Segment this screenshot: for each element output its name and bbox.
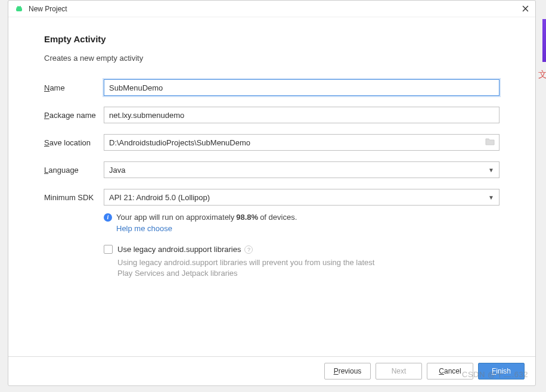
minimum-sdk-select[interactable]: API 21: Android 5.0 (Lollipop) ▼ bbox=[104, 189, 500, 206]
android-studio-icon bbox=[14, 4, 24, 14]
row-save-location: Save location bbox=[44, 134, 500, 151]
next-button: Next bbox=[376, 363, 422, 379]
legacy-checkbox-label: Use legacy android.support libraries bbox=[117, 245, 241, 254]
label-language: Language bbox=[44, 166, 104, 175]
background-decoration bbox=[542, 19, 546, 62]
finish-button[interactable]: Finish bbox=[478, 363, 525, 379]
titlebar: New Project bbox=[8, 1, 535, 17]
row-minimum-sdk: Minimum SDK API 21: Android 5.0 (Lollipo… bbox=[44, 189, 500, 206]
save-location-input[interactable] bbox=[104, 134, 500, 151]
package-input[interactable] bbox=[104, 107, 500, 123]
minimum-sdk-value: API 21: Android 5.0 (Lollipop) bbox=[109, 193, 210, 202]
legacy-description: Using legacy android.support libraries w… bbox=[117, 257, 392, 279]
close-button[interactable] bbox=[521, 5, 529, 13]
background-text: 文 bbox=[538, 69, 546, 80]
help-me-choose-link[interactable]: Help me choose bbox=[116, 224, 500, 233]
new-project-dialog: New Project Empty Activity Creates a new… bbox=[8, 0, 536, 386]
name-input[interactable] bbox=[104, 79, 500, 96]
label-minimum-sdk: Minimum SDK bbox=[44, 193, 104, 202]
sdk-info-block: i Your app will run on approximately 98.… bbox=[104, 213, 500, 233]
row-package: Package name bbox=[44, 107, 500, 123]
button-bar: Previous Next Cancel Finish bbox=[8, 356, 535, 385]
browse-folder-icon[interactable] bbox=[485, 138, 495, 147]
page-title: Empty Activity bbox=[44, 34, 500, 44]
row-language: Language Java ▼ bbox=[44, 161, 500, 178]
previous-button[interactable]: Previous bbox=[324, 363, 371, 379]
device-percent: 98.8% bbox=[236, 213, 258, 222]
label-package: Package name bbox=[44, 111, 104, 120]
label-save-location: Save location bbox=[44, 138, 104, 147]
dialog-title: New Project bbox=[29, 5, 521, 13]
svg-rect-0 bbox=[16, 8, 22, 11]
legacy-checkbox[interactable] bbox=[104, 245, 113, 254]
legacy-row: Use legacy android.support libraries ? bbox=[104, 245, 500, 254]
language-select[interactable]: Java ▼ bbox=[104, 161, 500, 178]
row-name: Name bbox=[44, 79, 500, 96]
page-subtitle: Creates a new empty activity bbox=[44, 54, 500, 63]
language-value: Java bbox=[109, 166, 125, 175]
dialog-content: Empty Activity Creates a new empty activ… bbox=[8, 17, 535, 356]
cancel-button[interactable]: Cancel bbox=[427, 363, 473, 379]
info-icon: i bbox=[104, 213, 112, 222]
chevron-down-icon: ▼ bbox=[488, 194, 494, 201]
chevron-down-icon: ▼ bbox=[488, 167, 494, 173]
help-icon[interactable]: ? bbox=[244, 245, 253, 254]
sdk-info-line: i Your app will run on approximately 98.… bbox=[104, 213, 500, 222]
label-name: Name bbox=[44, 83, 104, 92]
